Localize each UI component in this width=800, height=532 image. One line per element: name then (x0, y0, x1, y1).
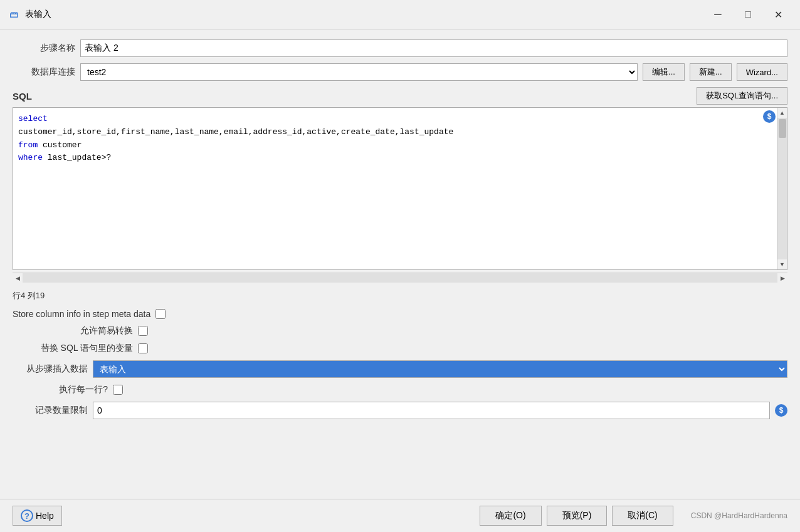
scroll-down-arrow[interactable]: ▼ (777, 259, 787, 269)
store-column-checkbox[interactable] (155, 309, 166, 319)
db-connection-label: 数据库连接 (13, 66, 75, 78)
wizard-button[interactable]: Wizard... (737, 63, 787, 81)
step-insert-label: 从步骤插入数据 (13, 363, 88, 375)
sql-editor-container: select customer_id,store_id,first_name,l… (13, 107, 787, 270)
help-button[interactable]: ? Help (13, 506, 62, 526)
record-limit-row: 记录数量限制 $ (13, 402, 787, 419)
close-button[interactable]: ✕ (764, 5, 792, 24)
record-limit-input[interactable] (93, 402, 770, 419)
window-controls: ─ □ ✕ (703, 5, 792, 24)
confirm-button[interactable]: 确定(O) (480, 506, 541, 526)
watermark: CSDN @HardHardHardenna (691, 511, 787, 520)
allow-simple-label: 允许简易转换 (13, 325, 138, 336)
step-name-input[interactable] (80, 39, 787, 57)
help-icon: ? (21, 509, 33, 522)
step-name-row: 步骤名称 (13, 39, 787, 57)
db-connection-select[interactable]: test2 (80, 63, 638, 81)
sql-label: SQL (13, 91, 32, 102)
main-content: 步骤名称 数据库连接 test2 编辑... 新建... Wizard... S… (0, 29, 800, 499)
edit-button[interactable]: 编辑... (643, 63, 685, 81)
replace-sql-label: 替换 SQL 语句里的变量 (13, 343, 138, 354)
title-bar: 🗃 表输入 ─ □ ✕ (0, 0, 800, 29)
store-column-label: Store column info in step meta data (13, 309, 155, 319)
sql-header: SQL 获取SQL查询语句... (13, 87, 787, 105)
maximize-button[interactable]: □ (734, 5, 762, 24)
window-title: 表输入 (25, 9, 703, 20)
replace-sql-row: 替换 SQL 语句里的变量 (13, 343, 787, 354)
record-dollar-icon[interactable]: $ (775, 404, 787, 417)
scroll-track-v (777, 118, 787, 259)
help-label: Help (36, 511, 54, 521)
store-column-row: Store column info in step meta data (13, 309, 787, 319)
step-insert-select[interactable]: 表输入 (93, 360, 787, 378)
sql-horizontal-scrollbar[interactable]: ◀ ▶ (13, 273, 787, 283)
execute-each-checkbox[interactable] (113, 385, 123, 395)
scroll-left-arrow[interactable]: ◀ (13, 273, 23, 283)
execute-each-row: 执行每一行? (13, 384, 787, 395)
window-icon: 🗃 (8, 8, 20, 21)
bottom-bar: ? Help 确定(O) 预览(P) 取消(C) CSDN @HardHardH… (0, 499, 800, 532)
new-button[interactable]: 新建... (690, 63, 732, 81)
sql-vertical-scrollbar[interactable]: ▲ ▼ (777, 108, 787, 269)
preview-button[interactable]: 预览(P) (547, 506, 608, 526)
scroll-track-h (23, 273, 777, 283)
sql-editor[interactable]: select customer_id,store_id,first_name,l… (13, 108, 777, 269)
replace-sql-checkbox[interactable] (138, 343, 148, 353)
minimize-button[interactable]: ─ (703, 5, 732, 24)
step-insert-row: 从步骤插入数据 表输入 (13, 360, 787, 378)
execute-each-label: 执行每一行? (13, 384, 113, 395)
cursor-position: 行4 列19 (13, 291, 45, 300)
sql-section: SQL 获取SQL查询语句... select customer_id,stor… (13, 87, 787, 283)
get-sql-button[interactable]: 获取SQL查询语句... (697, 87, 787, 105)
record-limit-label: 记录数量限制 (13, 405, 88, 416)
scroll-right-arrow[interactable]: ▶ (777, 273, 787, 283)
step-name-label: 步骤名称 (13, 43, 75, 54)
cancel-button[interactable]: 取消(C) (612, 506, 673, 526)
allow-simple-row: 允许简易转换 (13, 325, 787, 336)
db-connection-row: 数据库连接 test2 编辑... 新建... Wizard... (13, 63, 787, 81)
status-bar: 行4 列19 (13, 289, 787, 303)
scroll-thumb-v[interactable] (779, 119, 786, 138)
sql-dollar-icon[interactable]: $ (763, 110, 776, 123)
scroll-up-arrow[interactable]: ▲ (777, 108, 787, 118)
allow-simple-checkbox[interactable] (138, 326, 148, 336)
